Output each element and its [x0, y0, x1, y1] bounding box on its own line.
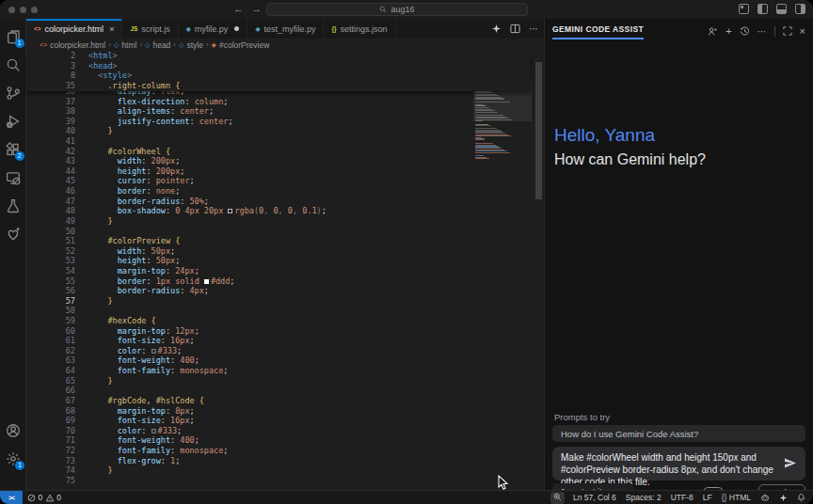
code-line-41[interactable]: 41	[26, 136, 544, 147]
window-minimize-button[interactable]	[20, 7, 26, 13]
breadcrumb-item[interactable]: html	[121, 40, 136, 50]
gemini-sparkle-icon[interactable]	[491, 24, 502, 34]
command-center-search[interactable]: aug16	[266, 3, 528, 16]
activity-item-search[interactable]	[0, 51, 26, 79]
window-zoom-button[interactable]	[31, 7, 38, 13]
code-line-51[interactable]: 51 #colorPreview {	[26, 236, 544, 246]
code-line-63[interactable]: 63 font-weight: 400;	[26, 355, 544, 366]
cursor-position-status[interactable]: Ln 57, Col 6	[568, 493, 621, 502]
window-close-button[interactable]	[8, 7, 15, 13]
code-line-35[interactable]: 35 .right-column {	[26, 81, 531, 91]
code-line-73[interactable]: 73 flex-grow: 1;	[26, 456, 544, 466]
code-line-68[interactable]: 68 margin-top: 8px;	[26, 406, 544, 417]
activity-item-gemini[interactable]	[0, 220, 26, 248]
activity-item-source-control[interactable]	[0, 79, 26, 107]
modified-dot-icon[interactable]	[234, 26, 239, 31]
code-line-66[interactable]: 66	[26, 386, 544, 396]
notifications-bell-icon[interactable]	[792, 493, 813, 502]
color-swatch[interactable]	[151, 429, 156, 433]
breadcrumb-item[interactable]: colorpicker.html	[50, 40, 105, 50]
maximize-icon[interactable]	[783, 26, 792, 36]
code-line-42[interactable]: 42 #colorWheel {	[26, 147, 544, 157]
problems-status[interactable]: 0 0	[23, 493, 66, 502]
code-line-62[interactable]: 62 color: #333;	[26, 346, 544, 356]
code-line-8[interactable]: 8 <style>	[26, 71, 531, 81]
code-line-72[interactable]: 72 font-family: monospace;	[26, 446, 544, 456]
tab-colorpicker.html[interactable]: <>colorpicker.html×	[26, 19, 122, 39]
breadcrumb-item[interactable]: style	[186, 40, 202, 50]
vertical-scrollbar[interactable]	[535, 62, 542, 199]
code-line-52[interactable]: 52 width: 50px;	[26, 246, 544, 257]
code-line-57[interactable]: 57 }	[26, 296, 544, 307]
code-line-60[interactable]: 60 margin-top: 12px;	[26, 326, 544, 337]
tab-test_myfile.py[interactable]: ◆test_myfile.py	[247, 19, 324, 39]
color-swatch[interactable]	[228, 209, 232, 213]
activity-item-remote-explorer[interactable]	[0, 164, 26, 192]
activity-item-account[interactable]	[0, 417, 26, 445]
code-line-39[interactable]: 39 justify-content: center;	[26, 117, 544, 127]
close-tab-icon[interactable]: ×	[109, 24, 114, 34]
new-chat-icon[interactable]: +	[725, 25, 731, 37]
toggle-panel-icon[interactable]	[776, 4, 787, 14]
assistant-status-icon[interactable]	[756, 493, 774, 502]
code-line-75[interactable]: 75	[26, 476, 544, 486]
code-line-49[interactable]: 49 }	[26, 216, 544, 227]
code-line-55[interactable]: 55 border: 1px solid #ddd;	[26, 276, 544, 287]
tab-myfile.py[interactable]: ◆myfile.py	[179, 19, 248, 39]
split-editor-icon[interactable]	[510, 24, 520, 34]
activity-item-explorer[interactable]: 1	[0, 23, 26, 51]
history-icon[interactable]	[740, 26, 750, 37]
feedback-icon[interactable]	[708, 26, 718, 37]
gemini-chat-input[interactable]: Make #colorWheel width and height 150px …	[552, 447, 805, 480]
more-icon[interactable]: ⋯	[757, 26, 767, 37]
sparkle-status-icon[interactable]	[774, 494, 792, 502]
breadcrumb[interactable]: <>colorpicker.html›◇html›◇head›◇style›◈#…	[26, 39, 544, 51]
code-line-47[interactable]: 47 border-radius: 50%;	[26, 197, 544, 207]
code-line-70[interactable]: 70 color: #333;	[26, 426, 544, 436]
language-mode-status[interactable]: {}HTML	[717, 493, 756, 502]
remote-indicator[interactable]: ><	[0, 491, 23, 504]
code-line-67[interactable]: 67 #rgbCode, #hslCode {	[26, 396, 544, 406]
breadcrumb-item[interactable]: #colorPreview	[219, 40, 269, 50]
code-line-40[interactable]: 40 }	[26, 126, 544, 136]
code-line-54[interactable]: 54 margin-top: 24px;	[26, 266, 544, 276]
code-line-3[interactable]: 3<head>	[26, 61, 531, 71]
code-line-74[interactable]: 74 }	[26, 465, 544, 476]
prompt-suggestion-chip[interactable]: How do I use Gemini Code Assist?	[552, 425, 805, 442]
code-line-37[interactable]: 37 flex-direction: column;	[26, 97, 544, 107]
more-actions-icon[interactable]: ⋯	[529, 24, 538, 34]
breadcrumb-item[interactable]: head	[152, 40, 170, 50]
activity-item-testing[interactable]	[0, 192, 26, 220]
code-line-2[interactable]: 2<html>	[26, 51, 531, 61]
color-swatch[interactable]	[204, 279, 209, 284]
customize-layout-icon[interactable]	[739, 4, 749, 14]
code-line-50[interactable]: 50	[26, 227, 544, 237]
code-line-58[interactable]: 58	[26, 306, 544, 316]
code-line-53[interactable]: 53 height: 50px;	[26, 256, 544, 266]
code-line-65[interactable]: 65 }	[26, 376, 544, 386]
activity-item-settings[interactable]: 1	[0, 445, 26, 473]
code-line-44[interactable]: 44 height: 200px;	[26, 166, 544, 177]
color-swatch[interactable]	[151, 349, 156, 354]
indentation-status[interactable]: Spaces: 2	[621, 493, 666, 502]
toggle-sidebar-icon[interactable]	[757, 4, 768, 14]
code-editor[interactable]: 36 display: flex;37 flex-direction: colu…	[26, 91, 544, 490]
code-line-71[interactable]: 71 font-weight: 400;	[26, 435, 544, 446]
code-line-43[interactable]: 43 width: 200px;	[26, 156, 544, 166]
tab-script.js[interactable]: JSscript.js	[122, 19, 178, 39]
zoom-status-icon[interactable]	[550, 492, 565, 504]
back-icon[interactable]: ←	[233, 3, 251, 14]
code-line-64[interactable]: 64 font-family: monospace;	[26, 366, 544, 376]
code-line-45[interactable]: 45 cursor: pointer;	[26, 176, 544, 186]
code-line-48[interactable]: 48 box-shadow: 0 4px 20px rgba(0, 0, 0, …	[26, 206, 544, 216]
code-line-59[interactable]: 59 #hexCode {	[26, 316, 544, 326]
code-line-38[interactable]: 38 align-items: center;	[26, 106, 544, 117]
activity-item-run-debug[interactable]	[0, 107, 26, 135]
code-line-69[interactable]: 69 font-size: 16px;	[26, 416, 544, 426]
send-icon[interactable]	[784, 457, 797, 469]
eol-status[interactable]: LF	[698, 493, 717, 502]
code-line-56[interactable]: 56 border-radius: 4px;	[26, 286, 544, 296]
activity-item-extensions[interactable]: 2	[0, 135, 26, 164]
encoding-status[interactable]: UTF-8	[666, 493, 698, 502]
toggle-secondary-sidebar-icon[interactable]	[795, 4, 805, 14]
